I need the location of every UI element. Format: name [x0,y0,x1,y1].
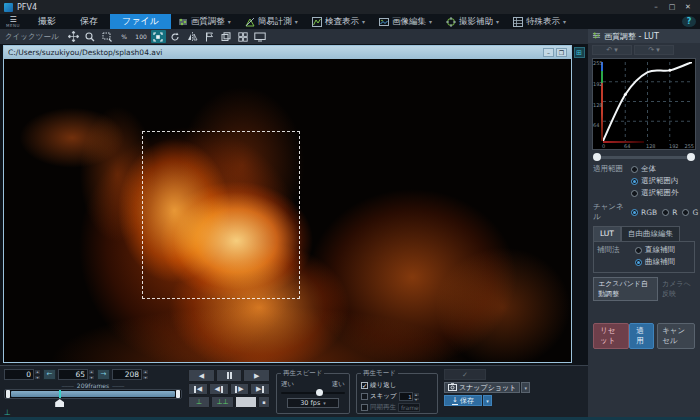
file-path: C:/Users/suzukiyou/Desktop/splash04.avi [8,48,541,57]
last-frame-button[interactable]: ▶ [250,383,270,395]
flag-marker-button[interactable] [202,30,217,43]
dual-monitor-button[interactable] [253,30,268,43]
radio-icon [682,209,689,216]
set-marker-button[interactable]: ⊥ [188,396,210,408]
minimize-button[interactable]: – [648,1,664,13]
spin-down-icon[interactable]: ▾ [88,375,95,381]
play-reverse-button[interactable]: ◀ [188,369,215,382]
help-button[interactable]: ? [682,16,696,27]
hamburger-menu-button[interactable]: ☰ MENU [0,14,26,29]
maximize-button[interactable]: □ [664,1,680,13]
lut-range-slider[interactable] [594,152,694,162]
save-dropdown[interactable]: ▾ [483,395,492,406]
skip-checkbox[interactable] [361,393,368,400]
fps-dropdown[interactable]: 30 fps ▾ [287,398,339,408]
menu-inspection-display[interactable]: 検査表示▾ [305,14,372,29]
repeat-checkbox[interactable]: ✓ [361,382,368,389]
copy-image-button[interactable] [219,30,234,43]
panel-expander-icon[interactable]: ⊞ [574,47,585,58]
zoom-tool-button[interactable] [83,30,98,43]
pan-tool-button[interactable] [66,30,81,43]
radio-linear-interp[interactable]: 直線補間 [635,245,675,255]
radio-outside-selection[interactable]: 選択範囲外 [631,188,679,198]
crosshair-icon [446,17,456,27]
radio-g[interactable]: G [682,202,698,222]
play-button[interactable]: ▶ [243,369,270,382]
next-frame-button[interactable]: → [97,369,110,380]
radio-rgb[interactable]: RGB [631,202,657,222]
frame-controls: ▴▾ ← ▴▾ → ▴▾ 209frames [4,369,182,414]
save-button[interactable]: ↓ 保存 [444,395,482,406]
radio-whole[interactable]: 全体 [631,164,679,174]
lut-curve-editor[interactable]: 255 192 128 64 0 64 128 192 255 [592,58,696,150]
radio-inside-selection[interactable]: 選択範囲内 [631,176,679,186]
spin-down-icon[interactable]: ▾ [142,375,149,381]
radio-icon [662,209,669,216]
zoom-percent-button[interactable]: % [117,30,132,43]
radio-r[interactable]: R [662,202,677,222]
frame-range-track[interactable] [4,389,182,399]
range-end-handle[interactable] [176,390,180,398]
apply-button[interactable]: 適用 [629,323,654,349]
snapshot-dropdown[interactable]: ▾ [521,382,530,393]
current-frame-spinbox[interactable]: ▴▾ [58,369,95,380]
prev-frame-button[interactable]: ← [43,369,56,380]
close-button[interactable]: ✕ [680,1,696,13]
skip-value-spinbox[interactable]: ▴▾ [399,392,420,401]
tile-view-button[interactable] [236,30,251,43]
spin-down-icon[interactable]: ▾ [34,375,41,381]
image-restore-button[interactable]: ❐ [556,48,567,57]
lut-panel-header: 画質調整 - LUT [588,29,700,43]
range-slider-right-handle[interactable] [687,153,695,161]
skip-label: スキップ [370,392,397,401]
slow-label: 遅い [281,380,294,389]
speed-slider[interactable] [281,389,345,397]
picture-icon [379,17,389,27]
start-frame-spinbox[interactable]: ▴▾ [4,369,41,380]
spin-down-icon[interactable]: ▾ [413,397,420,402]
fit-window-button[interactable] [151,30,166,43]
image-window-titlebar[interactable]: C:/Users/suzukiyou/Desktop/splash04.avi … [4,46,571,59]
menu-image-edit[interactable]: 画像編集▾ [372,14,439,29]
flip-button[interactable] [185,30,200,43]
range-start-handle[interactable] [6,390,10,398]
snapshot-button[interactable]: スナップショット [444,382,520,393]
menu-special-display[interactable]: 特殊表示▾ [506,14,573,29]
tab-capture[interactable]: 撮影 [26,14,68,29]
step-forward-button[interactable]: ▶ [230,383,250,395]
step-back-button[interactable]: ◀ [209,383,229,395]
cancel-button[interactable]: キャンセル [657,323,695,349]
sync-checkbox[interactable] [361,404,368,411]
export-controls: ✓ スナップショット ▾ ↓ 保存 ▾ [444,369,536,414]
tab-free-curve-edit[interactable]: 自由曲線編集 [621,226,680,241]
rotate-button[interactable] [168,30,183,43]
reset-button[interactable]: リセット [593,323,629,349]
tab-lut[interactable]: LUT [593,226,621,241]
menu-image-quality[interactable]: 画質調整▾ [171,14,238,29]
channel-label: チャンネル [593,202,627,222]
tab-save[interactable]: 保存 [68,14,110,29]
more-options-button[interactable]: ▪ [258,396,270,408]
radio-curve-interp[interactable]: 曲線補間 [635,257,675,267]
expand-auto-adjust-button[interactable]: エクスパンド自動調整 [593,277,658,301]
current-position-marker[interactable] [55,399,64,407]
end-frame-spinbox[interactable]: ▴▾ [112,369,149,380]
first-frame-button[interactable]: ◀ [188,383,208,395]
image-minimize-button[interactable]: – [543,48,554,57]
marker-range-button[interactable]: ⊥⊥ [211,396,233,408]
lut-panel-title: 画質調整 - LUT [604,31,659,42]
range-slider-left-handle[interactable] [593,153,601,161]
pause-button[interactable] [216,369,243,382]
video-frame[interactable] [4,59,571,362]
blank-indicator-button[interactable] [235,396,257,408]
waveform-icon [312,17,322,27]
roi-selection-rect[interactable] [142,131,300,299]
speed-slider-thumb[interactable] [316,389,323,396]
menu-capture-assist[interactable]: 撮影補助▾ [439,14,506,29]
menu-measurement[interactable]: 簡易計測▾ [238,14,305,29]
image-window: C:/Users/suzukiyou/Desktop/splash04.avi … [3,45,572,363]
sliders-icon [592,31,601,42]
tab-file[interactable]: ファイル [110,14,171,29]
zoom-100-button[interactable]: 100 [134,30,149,43]
region-select-tool-button[interactable] [100,30,115,43]
